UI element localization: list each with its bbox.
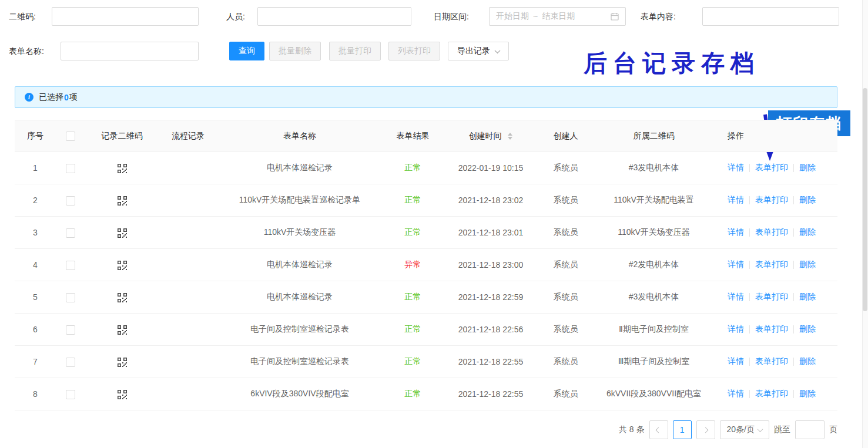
chevron-down-icon (495, 48, 501, 53)
row-index: 1 (15, 152, 56, 184)
qr-code-icon[interactable] (118, 228, 127, 238)
detail-link[interactable]: 详情 (728, 163, 744, 172)
form-print-link[interactable]: 表单打印 (755, 195, 788, 204)
prev-page-button[interactable] (649, 420, 668, 439)
process-record-cell (159, 217, 217, 249)
date-range-picker[interactable]: 开始日期 ~ 结束日期 (489, 7, 626, 26)
scrollbar-thumb[interactable] (863, 88, 867, 311)
qr-code-icon[interactable] (118, 390, 127, 399)
form-print-link[interactable]: 表单打印 (755, 227, 788, 237)
date-start-placeholder: 开始日期 (496, 11, 529, 22)
detail-link[interactable]: 详情 (728, 356, 744, 366)
qrcode-filter-input[interactable] (52, 7, 199, 26)
creator-cell: 系统员 (538, 314, 594, 346)
row-index: 3 (15, 217, 56, 249)
creator-cell: 系统员 (538, 346, 594, 378)
row-checkbox[interactable] (66, 164, 75, 173)
delete-link[interactable]: 删除 (799, 227, 816, 237)
form-result-badge: 异常 (382, 249, 444, 281)
form-name-cell: 110kV开关场配电装置巡检记录单 (217, 184, 382, 217)
next-page-button[interactable] (696, 420, 715, 439)
form-print-link[interactable]: 表单打印 (755, 389, 788, 398)
created-time-label: 创建时间 (469, 131, 502, 140)
form-print-link[interactable]: 表单打印 (755, 292, 788, 301)
qr-code-icon[interactable] (118, 261, 127, 270)
batch-delete-button[interactable]: 批量删除 (269, 42, 321, 60)
owner-qrcode-cell: Ⅱ期电子间及控制室 (594, 314, 714, 346)
qr-code-icon[interactable] (118, 196, 127, 206)
form-result-badge: 正常 (382, 217, 444, 249)
row-checkbox[interactable] (66, 390, 75, 399)
owner-qrcode-cell: #2发电机本体 (594, 249, 714, 281)
process-record-cell (159, 314, 217, 346)
delete-link[interactable]: 删除 (799, 260, 816, 269)
delete-link[interactable]: 删除 (799, 163, 816, 172)
sort-icons[interactable] (508, 133, 512, 140)
detail-link[interactable]: 详情 (728, 260, 744, 269)
chevron-right-icon (703, 427, 709, 433)
row-index: 2 (15, 184, 56, 217)
row-index: 7 (15, 346, 56, 378)
qr-code-icon[interactable] (118, 164, 127, 173)
form-content-filter-input[interactable] (702, 7, 839, 26)
list-print-button[interactable]: 列表打印 (388, 42, 440, 60)
qr-code-icon[interactable] (118, 358, 127, 367)
date-range-filter-label: 日期区间: (434, 7, 469, 26)
delete-link[interactable]: 删除 (799, 292, 816, 301)
qr-code-icon[interactable] (118, 293, 127, 302)
form-name-filter-input[interactable] (61, 42, 199, 60)
query-button[interactable]: 查询 (229, 42, 264, 60)
jump-to-page-input[interactable] (795, 420, 825, 439)
row-checkbox[interactable] (66, 293, 75, 302)
person-filter-label: 人员: (226, 7, 245, 26)
detail-link[interactable]: 详情 (728, 195, 744, 204)
table-row: 3 110kV开关场变压器 正常 2021-12-18 23:01 (15, 217, 837, 249)
detail-link[interactable]: 详情 (728, 227, 744, 237)
owner-qrcode-cell: 6kVVII段及380VVII配电室 (594, 378, 714, 410)
detail-link[interactable]: 详情 (728, 389, 744, 398)
detail-link[interactable]: 详情 (728, 292, 744, 301)
batch-print-button[interactable]: 批量打印 (329, 42, 381, 60)
detail-link[interactable]: 详情 (728, 324, 744, 334)
col-header-creator: 创建人 (538, 120, 594, 152)
pagination: 共 8 条 1 20条/页 跳至 页 (619, 420, 837, 439)
form-print-link[interactable]: 表单打印 (755, 163, 788, 172)
qrcode-filter-label: 二维码: (9, 7, 36, 26)
export-records-button[interactable]: 导出记录 (448, 42, 509, 60)
date-end-placeholder: 结束日期 (542, 11, 575, 22)
table-body: 1 电机本体巡检记录 正常 2022-01-19 10:15 (15, 152, 837, 410)
page-size-value: 20条/页 (727, 425, 755, 435)
col-header-created-time[interactable]: 创建时间 (444, 120, 538, 152)
row-checkbox[interactable] (66, 261, 75, 270)
row-checkbox[interactable] (66, 325, 75, 335)
person-filter-input[interactable] (257, 7, 411, 26)
alert-prefix: 已选择 (39, 92, 63, 103)
form-result-badge: 正常 (382, 281, 444, 314)
annotation-title: 后台记录存档 (584, 47, 760, 79)
page-size-select[interactable]: 20条/页 (720, 420, 769, 439)
form-print-link[interactable]: 表单打印 (755, 356, 788, 366)
row-checkbox[interactable] (66, 228, 75, 238)
divider (793, 164, 794, 172)
delete-link[interactable]: 删除 (799, 356, 816, 366)
form-result-badge: 正常 (382, 314, 444, 346)
row-checkbox[interactable] (66, 196, 75, 206)
scrollbar-track[interactable] (862, 0, 868, 448)
qr-code-icon[interactable] (118, 325, 127, 335)
delete-link[interactable]: 删除 (799, 324, 816, 334)
delete-link[interactable]: 删除 (799, 195, 816, 204)
divider (793, 390, 794, 398)
divider (793, 325, 794, 334)
page-1-button[interactable]: 1 (673, 420, 692, 439)
form-print-link[interactable]: 表单打印 (755, 260, 788, 269)
row-checkbox[interactable] (66, 358, 75, 367)
owner-qrcode-cell: 110kV开关场配电装置 (594, 184, 714, 217)
form-name-cell: 电机本体巡检记录 (217, 152, 382, 184)
process-record-cell (159, 249, 217, 281)
creator-cell: 系统员 (538, 184, 594, 217)
delete-link[interactable]: 删除 (799, 389, 816, 398)
select-all-checkbox[interactable] (66, 132, 75, 141)
form-print-link[interactable]: 表单打印 (755, 324, 788, 334)
sort-asc-icon (508, 133, 512, 136)
divider (749, 325, 750, 334)
